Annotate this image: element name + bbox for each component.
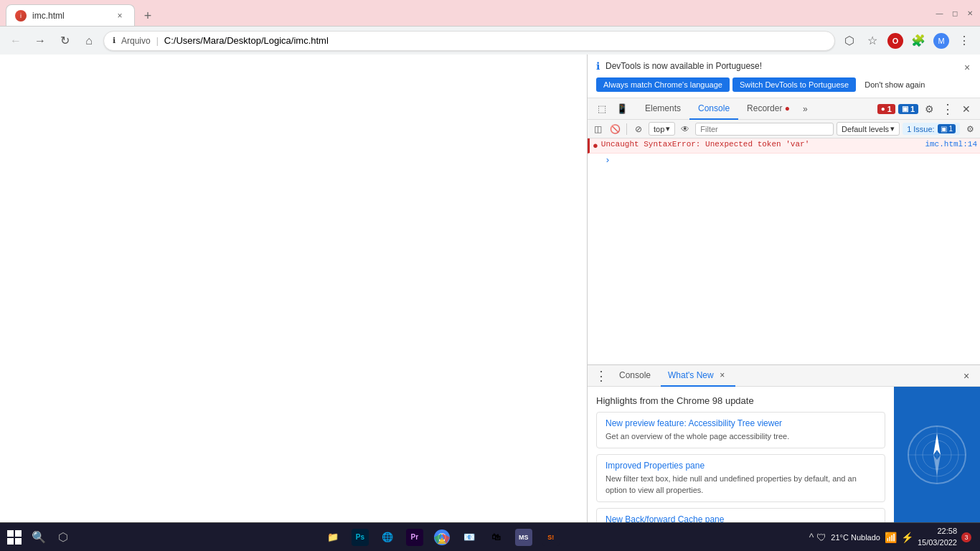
error-message-text: Uncaught SyntaxError: Unexpected token '… [601, 140, 925, 149]
url-separator: | [156, 36, 159, 46]
shield-icon[interactable]: 🛡 [816, 532, 826, 543]
feature-card-0[interactable]: New preview feature: Accessibility Tree … [596, 412, 885, 448]
widgets-button[interactable]: ⬡ [52, 526, 75, 549]
premiere-icon: Pr [406, 529, 423, 546]
devtools-tabs: Elements Console Recorder ● » [636, 98, 875, 120]
tab-close-button[interactable]: × [114, 10, 126, 22]
log-levels-dropdown[interactable]: Default levels ▾ [837, 122, 900, 136]
cast-icon[interactable]: ⬡ [839, 31, 859, 51]
tab-whats-new[interactable]: What's New × [661, 365, 735, 387]
sublime-icon: S! [542, 529, 560, 546]
forward-button[interactable]: → [30, 31, 50, 51]
battery-icon[interactable]: ⚡ [901, 532, 913, 543]
bottom-panel: ⋮ Console What's New × × Highlights from… [588, 364, 980, 522]
close-window-button[interactable]: ✕ [965, 9, 974, 18]
context-top-label: top [654, 125, 664, 133]
close-notification-button[interactable]: × [960, 60, 974, 75]
chrome-app[interactable] [429, 524, 455, 550]
url-bar[interactable]: ℹ Arquivo | C:/Users/Mara/Desktop/Logica… [103, 31, 835, 51]
tab-console[interactable]: Console [689, 98, 738, 120]
clock-date: 15/03/2022 [918, 537, 957, 548]
premiere-app[interactable]: Pr [402, 524, 428, 550]
tab-recorder[interactable]: Recorder ● [738, 98, 798, 120]
devtools-toolbar-right: ●1 ▣1 ⚙ ⋮ ✕ [877, 101, 974, 117]
recorder-icon: ● [785, 103, 790, 113]
devtools-toolbar: ⬚ 📱 Elements Console Recorder ● » ●1 ▣1 [588, 98, 980, 120]
close-whats-new-tab[interactable]: × [717, 369, 728, 381]
console-output: ● Uncaught SyntaxError: Unexpected token… [588, 138, 980, 364]
edge-app[interactable]: 🌐 [374, 524, 400, 550]
security-icon: ℹ [113, 36, 116, 45]
expand-error-button[interactable]: › [588, 154, 980, 167]
url-arquivo-label: Arquivo [121, 36, 151, 46]
console-error-row: ● Uncaught SyntaxError: Unexpected token… [588, 138, 980, 154]
close-bottom-panel-button[interactable]: × [958, 368, 974, 384]
maximize-button[interactable]: ◻ [950, 9, 959, 18]
feature-card-2[interactable]: New Back/forward Cache pane [596, 508, 885, 522]
opera-icon-btn[interactable]: O [885, 31, 905, 51]
window-controls: — ◻ ✕ [935, 9, 974, 18]
devtools-close-button[interactable]: ✕ [958, 101, 974, 117]
device-toggle-button[interactable]: 📱 [613, 100, 631, 118]
issues-indicator[interactable]: 1 Issue: ▣ 1 [903, 123, 960, 135]
clear-console-button[interactable]: 🚫 [608, 122, 622, 136]
no-entry-icon[interactable]: ⊘ [631, 122, 646, 136]
search-button[interactable]: 🔍 [27, 526, 50, 549]
tab-console-bottom[interactable]: Console [612, 365, 658, 387]
whats-new-content: Highlights from the Chrome 98 update New… [588, 387, 980, 522]
mail-app[interactable]: 📧 [456, 524, 482, 550]
bottom-panel-more-button[interactable]: ⋮ [593, 368, 609, 384]
tab-elements[interactable]: Elements [636, 98, 689, 120]
notification-content: ℹ DevTools is now available in Portugues… [596, 60, 971, 72]
error-count-badge: ●1 [877, 104, 895, 114]
bottom-panel-toolbar: ⋮ Console What's New × × [588, 365, 980, 387]
bookmark-icon[interactable]: ☆ [862, 31, 882, 51]
bottom-panel-right: × [958, 368, 974, 384]
console-settings-button[interactable]: ⚙ [963, 122, 977, 136]
context-dropdown[interactable]: top ▾ [649, 122, 675, 136]
file-explorer-app[interactable]: 📁 [320, 524, 346, 550]
weather-temp: 21°C Nublado [831, 533, 880, 542]
console-sidebar-button[interactable]: ◫ [590, 122, 605, 136]
page-content [0, 55, 587, 522]
extensions-icon[interactable]: 🧩 [908, 31, 928, 51]
minimize-button[interactable]: — [935, 9, 944, 18]
context-dropdown-arrow: ▾ [666, 124, 670, 133]
profile-icon[interactable]: M [931, 31, 951, 51]
store-app[interactable]: 🛍 [484, 524, 509, 550]
notification-badge[interactable]: 3 [961, 532, 971, 542]
console-filter-input[interactable] [695, 123, 834, 136]
network-icon[interactable]: 📶 [885, 532, 897, 543]
chrome-menu-button[interactable]: ⋮ [954, 31, 974, 51]
error-location-link[interactable]: imc.html:14 [925, 140, 977, 149]
switch-devtools-button[interactable]: Switch DevTools to Portuguese [732, 77, 856, 92]
devtools-notification: ℹ DevTools is now available in Portugues… [588, 55, 980, 98]
expand-tray-icon[interactable]: ^ [809, 532, 814, 543]
home-button[interactable]: ⌂ [79, 31, 99, 51]
url-text: C:/Users/Mara/Desktop/Logica/imc.html [164, 35, 826, 46]
devtools-more-button[interactable]: ⋮ [940, 101, 956, 117]
active-tab[interactable]: i imc.html × [6, 4, 135, 26]
eye-icon-button[interactable]: 👁 [678, 122, 692, 136]
whats-new-image [894, 387, 980, 522]
feature-title-2: New Back/forward Cache pane [606, 514, 876, 522]
tab-strip: i imc.html × + [6, 0, 932, 26]
feature-card-1[interactable]: Improved Properties pane New filter text… [596, 454, 885, 502]
ms-teams-app[interactable]: MS [511, 524, 537, 550]
address-bar: ← → ↻ ⌂ ℹ Arquivo | C:/Users/Mara/Deskto… [0, 26, 980, 55]
inspect-element-button[interactable]: ⬚ [593, 100, 611, 118]
reload-button[interactable]: ↻ [55, 31, 75, 51]
always-match-button[interactable]: Always match Chrome's language [596, 77, 730, 92]
title-bar: i imc.html × + — ◻ ✕ [0, 0, 980, 26]
photoshop-app[interactable]: Ps [347, 524, 373, 550]
sublime-app[interactable]: S! [538, 524, 564, 550]
start-button[interactable] [3, 526, 26, 549]
dont-show-again-button[interactable]: Don't show again [859, 77, 930, 92]
toolbar-separator [626, 123, 627, 135]
new-tab-button[interactable]: + [138, 6, 158, 26]
more-tabs-button[interactable]: » [798, 101, 812, 117]
devtools-settings-button[interactable]: ⚙ [921, 101, 937, 117]
system-clock[interactable]: 22:58 15/03/2022 [918, 526, 957, 548]
back-button[interactable]: ← [6, 31, 26, 51]
compass-illustration [905, 423, 969, 487]
